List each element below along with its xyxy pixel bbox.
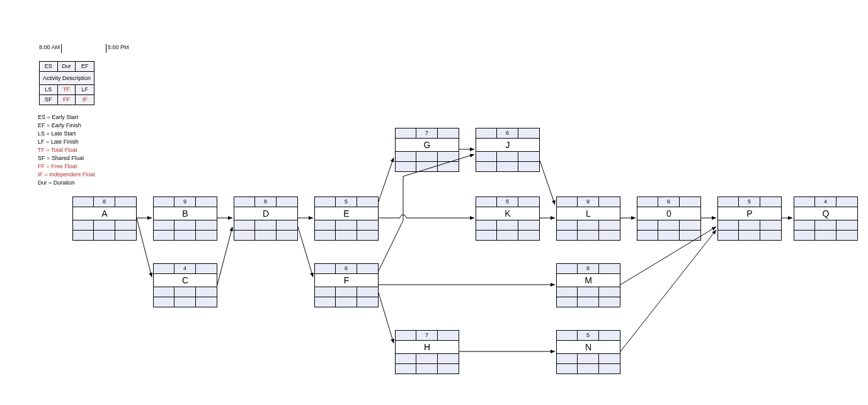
activity-L: 9 L bbox=[556, 197, 620, 241]
activity-C: 4 C bbox=[153, 263, 217, 307]
tick-icon bbox=[106, 44, 106, 53]
activity-J: 6 J bbox=[476, 128, 540, 172]
name-L: L bbox=[557, 207, 620, 220]
activity-H: 7 H bbox=[395, 330, 459, 374]
tick-icon bbox=[61, 44, 62, 53]
name-K: K bbox=[476, 207, 539, 220]
dur-N: 5 bbox=[578, 331, 598, 340]
dur-D: 8 bbox=[255, 197, 276, 207]
def-ef: EF = Early Finish bbox=[38, 122, 95, 130]
dur-A: 8 bbox=[94, 197, 115, 207]
def-lf: LF = Late Finish bbox=[38, 138, 95, 146]
activity-P: 5 P bbox=[717, 197, 782, 241]
activity-O: 6 0 bbox=[637, 197, 701, 241]
svg-line-3 bbox=[217, 227, 232, 285]
dur-B: 9 bbox=[174, 197, 195, 207]
dur-F: 6 bbox=[336, 264, 357, 273]
name-A: A bbox=[73, 207, 136, 220]
legend-tf: TF bbox=[58, 85, 76, 94]
dur-G: 7 bbox=[416, 128, 437, 138]
dur-P: 5 bbox=[739, 197, 760, 207]
legend-ef: EF bbox=[76, 62, 94, 71]
name-H: H bbox=[396, 341, 459, 353]
name-Q: Q bbox=[794, 207, 857, 220]
name-N: N bbox=[557, 341, 620, 353]
dur-J: 6 bbox=[497, 128, 518, 138]
name-C: C bbox=[154, 274, 217, 287]
name-D: D bbox=[234, 207, 297, 220]
dur-L: 9 bbox=[578, 197, 598, 207]
svg-line-11 bbox=[540, 161, 555, 205]
dur-Q: 4 bbox=[815, 197, 836, 207]
svg-line-17 bbox=[620, 230, 716, 351]
name-M: M bbox=[557, 274, 620, 287]
activity-F: 6 F bbox=[314, 263, 379, 307]
activity-N: 5 N bbox=[556, 330, 620, 374]
time-end: 5:00 PM bbox=[108, 44, 129, 50]
dur-H: 7 bbox=[416, 331, 437, 340]
svg-line-6 bbox=[379, 157, 394, 202]
def-if: IF = Independent Float bbox=[38, 171, 95, 179]
name-E: E bbox=[315, 207, 378, 220]
def-ls: LS = Late Start bbox=[38, 130, 95, 138]
svg-line-5 bbox=[298, 227, 313, 277]
legend-lf: LF bbox=[76, 85, 94, 94]
legend-if: IF bbox=[76, 95, 94, 105]
activity-A: 8 A bbox=[72, 197, 137, 241]
time-bar: 8:00 AM 5:00 PM bbox=[39, 44, 129, 53]
activity-M: 8 M bbox=[556, 263, 620, 307]
activity-K: 5 K bbox=[476, 197, 540, 241]
activity-G: 7 G bbox=[395, 128, 459, 172]
pert-diagram: 8:00 AM 5:00 PM ES Dur EF Activity Descr… bbox=[0, 0, 868, 405]
name-J: J bbox=[476, 139, 539, 151]
legend-dur: Dur bbox=[58, 62, 76, 71]
legend-activity: Activity Description bbox=[40, 72, 94, 84]
name-P: P bbox=[718, 207, 781, 220]
legend-ls: LS bbox=[40, 85, 58, 94]
dur-K: 5 bbox=[497, 197, 518, 207]
svg-line-1 bbox=[137, 218, 152, 277]
name-G: G bbox=[396, 139, 459, 151]
legend-sf: SF bbox=[40, 95, 58, 105]
def-ff: FF = Free Float bbox=[38, 163, 95, 171]
name-F: F bbox=[315, 274, 378, 287]
dur-O: 6 bbox=[658, 197, 679, 207]
svg-line-8 bbox=[379, 293, 394, 343]
activity-B: 9 B bbox=[153, 197, 217, 241]
activity-E: 5 E bbox=[314, 197, 379, 241]
legend-es: ES bbox=[40, 62, 58, 71]
abbreviation-list: ES = Early Start EF = Early Finish LS = … bbox=[38, 113, 95, 187]
name-O: 0 bbox=[637, 207, 700, 220]
activity-D: 8 D bbox=[234, 197, 298, 241]
legend-ff: FF bbox=[58, 95, 76, 105]
time-start: 8:00 AM bbox=[39, 44, 60, 50]
legend-box: ES Dur EF Activity Description LS TF LF … bbox=[39, 61, 94, 105]
def-es: ES = Early Start bbox=[38, 113, 95, 122]
name-B: B bbox=[154, 207, 217, 220]
def-sf: SF = Shared Float bbox=[38, 154, 95, 163]
dur-M: 8 bbox=[578, 264, 598, 273]
def-tf: TF = Total Float bbox=[38, 146, 95, 154]
dur-C: 4 bbox=[174, 264, 195, 273]
dur-E: 5 bbox=[336, 197, 357, 207]
activity-Q: 4 Q bbox=[794, 197, 858, 241]
def-dur: Dur = Duration bbox=[38, 179, 95, 187]
